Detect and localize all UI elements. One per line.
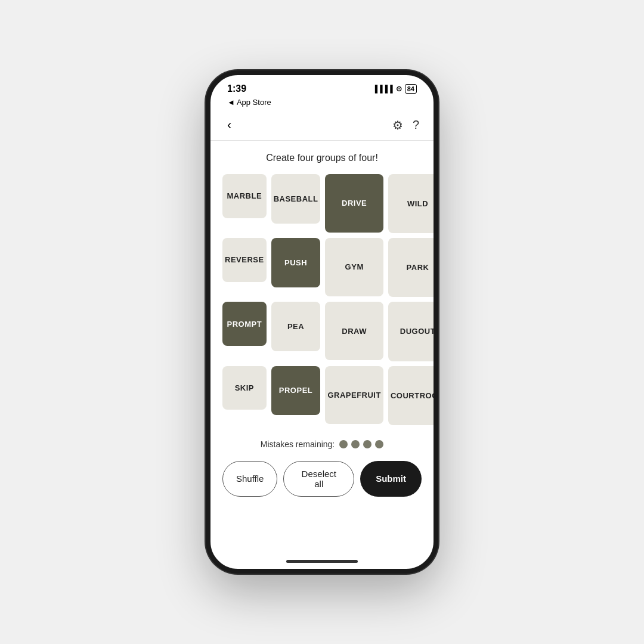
tile-gym[interactable]: GYM: [325, 238, 383, 296]
battery-indicator: 84: [405, 84, 417, 94]
back-button[interactable]: ‹: [225, 115, 234, 135]
wifi-icon: ⊙: [396, 85, 402, 93]
home-indicator: [286, 560, 358, 563]
tile-prompt[interactable]: PROMPT: [222, 302, 267, 346]
tile-drive[interactable]: DRIVE: [325, 174, 383, 233]
tile-draw[interactable]: DRAW: [325, 302, 383, 360]
nav-bar: ‹ ⚙ ?: [210, 110, 434, 141]
tile-marble[interactable]: MARBLE: [222, 174, 267, 218]
help-icon[interactable]: ?: [413, 118, 419, 132]
nav-icons: ⚙ ?: [392, 118, 419, 132]
tile-pea[interactable]: PEA: [271, 302, 321, 351]
signal-icon: ▐▐▐▐: [373, 85, 393, 93]
mistakes-row: Mistakes remaining:: [222, 439, 422, 449]
tile-reverse[interactable]: REVERSE: [222, 238, 267, 282]
tile-grapefruit[interactable]: GRAPEFRUIT: [325, 366, 383, 425]
mistake-dot-3: [363, 440, 371, 448]
tile-courtroom[interactable]: COURTROOM: [388, 366, 438, 425]
app-store-label: App Store: [237, 98, 271, 107]
mistake-dot-1: [339, 440, 348, 448]
shuffle-button[interactable]: Shuffle: [222, 461, 277, 497]
tile-park[interactable]: PARK: [388, 238, 438, 297]
game-title: Create four groups of four!: [222, 153, 422, 163]
status-time: 1:39: [227, 83, 246, 94]
tile-wild[interactable]: WILD: [388, 174, 438, 233]
word-grid: MARBLEBASEBALLDRIVEWILDREVERSEPUSHGYMPAR…: [222, 174, 422, 425]
tile-dugout[interactable]: DUGOUT: [388, 302, 438, 361]
mistake-dots: [339, 440, 383, 448]
tile-skip[interactable]: SKIP: [222, 366, 267, 410]
app-store-bar[interactable]: ◄ App Store: [210, 97, 434, 110]
app-store-back-arrow: ◄: [227, 98, 235, 107]
tile-baseball[interactable]: BASEBALL: [271, 174, 321, 224]
phone-frame: 1:39 ▐▐▐▐ ⊙ 84 ◄ App Store ‹ ⚙ ? Create …: [206, 70, 438, 574]
mistakes-label: Mistakes remaining:: [261, 439, 335, 449]
status-bar: 1:39 ▐▐▐▐ ⊙ 84: [210, 75, 434, 97]
tile-push[interactable]: PUSH: [271, 238, 321, 287]
gear-icon[interactable]: ⚙: [392, 118, 403, 132]
tile-propel[interactable]: PROPEL: [271, 366, 321, 416]
deselect-all-button[interactable]: Deselect all: [283, 461, 354, 497]
mistake-dot-2: [351, 440, 360, 448]
game-area: Create four groups of four! MARBLEBASEBA…: [210, 141, 434, 497]
action-buttons: Shuffle Deselect all Submit: [222, 461, 422, 497]
status-icons: ▐▐▐▐ ⊙ 84: [373, 84, 417, 94]
mistake-dot-4: [375, 440, 383, 448]
submit-button[interactable]: Submit: [360, 461, 422, 497]
